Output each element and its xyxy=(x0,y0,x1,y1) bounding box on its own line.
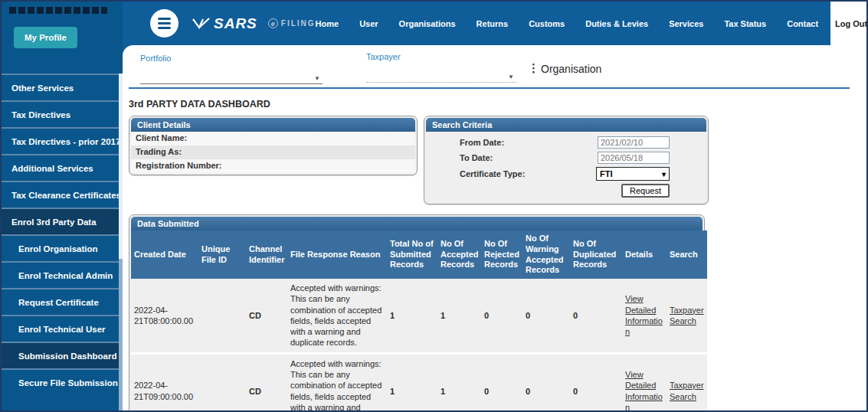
panels-row: Client Details Client Name:Trading As:Re… xyxy=(129,116,866,204)
from-date-label: From Date: xyxy=(460,138,504,147)
sidebar-item-tax-directives-prior-2017[interactable]: Tax Directives - prior 2017 xyxy=(2,127,123,154)
column-header-search: Search xyxy=(667,231,707,279)
nav-link-customs[interactable]: Customs xyxy=(529,19,565,28)
certificate-type-value: FTI xyxy=(600,169,613,178)
cell-warning-accepted: 0 xyxy=(522,353,570,410)
top-nav-links: HomeUserOrganisationsReturnsCustomsDutie… xyxy=(316,19,819,28)
search-criteria-body: From Date: To Date: Certificate Type: FT… xyxy=(426,132,706,202)
column-header-unique-file-id: Unique File ID xyxy=(198,231,246,279)
taxpayer-search-link[interactable]: Taxpayer Search xyxy=(670,306,704,325)
column-header-created-date: Created Date xyxy=(131,231,198,279)
taxpayer-caret-icon: ▼ xyxy=(508,74,514,80)
cell-rejected: 0 xyxy=(481,279,522,353)
top-navbar: SARS e FILING HomeUserOrganisationsRetur… xyxy=(123,2,866,45)
nav-link-user[interactable]: User xyxy=(359,19,378,28)
hamburger-menu-icon[interactable] xyxy=(150,9,179,38)
column-header-no-of-rejected-records: No Of Rejected Records xyxy=(481,231,522,279)
brand-area: SARS e FILING xyxy=(192,15,316,32)
efiling-window: My Profile Other ServicesTax DirectivesT… xyxy=(0,0,868,412)
portfolio-caret-icon: ▼ xyxy=(314,75,320,82)
cell-search-link: Taxpayer Search xyxy=(667,279,707,353)
taxpayer-label: Taxpayer xyxy=(366,52,516,61)
request-button[interactable]: Request xyxy=(621,184,670,198)
data-submitted-panel: Data Submitted Created DateUnique File I… xyxy=(129,214,705,410)
cell-details-link: View Detailed Information xyxy=(622,279,667,353)
efiling-logo: e FILING xyxy=(268,18,316,28)
sidebar-item-enrol-technical-admin[interactable]: Enrol Technical Admin xyxy=(2,261,123,288)
page-title: 3rd PARTY DATA DASHBOARD xyxy=(129,99,866,110)
cell-unique-file-id xyxy=(198,353,246,410)
nav-link-duties-levies[interactable]: Duties & Levies xyxy=(585,19,648,28)
data-submitted-table: Created DateUnique File IDChannel Identi… xyxy=(131,231,707,410)
sidebar-item-enrol-3rd-party-data[interactable]: Enrol 3rd Party Data xyxy=(2,208,123,234)
sidebar-item-enrol-organisation[interactable]: Enrol Organisation xyxy=(2,234,123,261)
portfolio-select[interactable]: Portfolio ▼ xyxy=(140,54,323,84)
nav-link-contact[interactable]: Contact xyxy=(787,19,818,28)
cell-channel-identifier: CD xyxy=(246,353,287,410)
column-header-total-no-of-submitted-records: Total No of Submitted Records xyxy=(387,231,437,279)
column-header-no-of-accepted-records: No Of Accepted Records xyxy=(437,231,481,279)
kebab-menu-icon[interactable]: ⋮ xyxy=(528,61,539,75)
cell-search-link: Taxpayer Search xyxy=(667,353,707,410)
table-row: 2022-04-21T08:00:00.00CDAccepted with wa… xyxy=(131,279,707,353)
sidebar-item-tax-clearance-certificates[interactable]: Tax Clearance Certificates xyxy=(2,181,123,208)
cell-created-date: 2022-04-21T09:00:00.00 xyxy=(131,353,198,410)
taxpayer-search-link[interactable]: Taxpayer Search xyxy=(670,381,704,401)
efiling-e-icon: e xyxy=(268,18,278,28)
search-criteria-panel: Search Criteria From Date: To Date: Cert… xyxy=(424,116,709,204)
view-detailed-information-link[interactable]: View Detailed Information xyxy=(625,370,663,410)
certificate-type-select[interactable]: FTI ▾ xyxy=(596,167,670,181)
data-submitted-header: Data Submitted xyxy=(131,217,703,231)
to-date-input[interactable] xyxy=(598,152,670,164)
cell-file-response-reason: Accepted with warnings: This can be any … xyxy=(287,279,387,353)
cell-accepted: 1 xyxy=(437,279,481,353)
sidebar-item-additional-services[interactable]: Additional Services xyxy=(2,154,123,181)
sars-logo-text: SARS xyxy=(214,15,257,32)
cell-total-submitted: 1 xyxy=(387,279,437,353)
search-criteria-header: Search Criteria xyxy=(426,118,706,132)
nav-link-services[interactable]: Services xyxy=(669,19,703,28)
portfolio-taxpayer-bar: Portfolio ▼ Taxpayer ▼ ⋮ Organisation xyxy=(129,45,866,87)
table-row: 2022-04-21T09:00:00.00CDAccepted with wa… xyxy=(131,353,707,410)
sidebar-item-tax-directives[interactable]: Tax Directives xyxy=(2,100,123,127)
sars-logo[interactable]: SARS xyxy=(192,15,257,32)
sidebar-nav: Other ServicesTax DirectivesTax Directiv… xyxy=(2,74,123,395)
cell-file-response-reason: Accepted with warnings: This can be any … xyxy=(287,353,387,410)
column-header-file-response-reason: File Response Reason xyxy=(287,231,387,279)
sidebar: My Profile Other ServicesTax DirectivesT… xyxy=(2,2,123,410)
nav-link-returns[interactable]: Returns xyxy=(477,19,509,28)
from-date-input[interactable] xyxy=(598,136,670,149)
main-area: SARS e FILING HomeUserOrganisationsRetur… xyxy=(123,2,866,410)
cell-warning-accepted: 0 xyxy=(522,279,570,353)
column-header-details: Details xyxy=(622,231,667,279)
sidebar-item-other-services[interactable]: Other Services xyxy=(2,74,123,100)
nav-link-tax-status[interactable]: Tax Status xyxy=(724,19,766,28)
cell-details-link: View Detailed Information xyxy=(622,353,667,410)
sidebar-item-enrol-technical-user[interactable]: Enrol Technical User xyxy=(2,315,123,342)
page-content: Portfolio ▼ Taxpayer ▼ ⋮ Organisation 3r… xyxy=(123,45,866,410)
logout-button[interactable]: Log Out xyxy=(830,2,868,45)
divider-rule xyxy=(129,87,850,89)
cell-duplicated: 0 xyxy=(570,353,622,410)
client-details-header: Client Details xyxy=(131,118,415,132)
sars-swoosh-icon xyxy=(192,18,211,29)
view-detailed-information-link[interactable]: View Detailed Information xyxy=(625,294,663,336)
client-field-registration-number: Registration Number: xyxy=(131,159,415,173)
cell-accepted: 1 xyxy=(437,353,481,410)
efiling-logo-text: FILING xyxy=(281,19,316,28)
portfolio-label: Portfolio xyxy=(140,54,323,63)
cell-unique-file-id xyxy=(198,279,246,353)
nav-link-organisations[interactable]: Organisations xyxy=(399,19,456,28)
client-field-trading-as: Trading As: xyxy=(131,146,415,159)
sidebar-item-secure-file-submission[interactable]: Secure File Submission xyxy=(2,368,123,395)
cell-total-submitted: 1 xyxy=(387,353,437,410)
nav-link-home[interactable]: Home xyxy=(316,19,339,28)
sidebar-item-submission-dashboard[interactable]: Submission Dashboard xyxy=(2,342,123,368)
taxpayer-select[interactable]: Taxpayer ▼ xyxy=(366,52,516,83)
organisation-label: Organisation xyxy=(541,63,601,75)
my-profile-button[interactable]: My Profile xyxy=(14,27,77,48)
column-header-no-of-warning-accepted-records: No Of Warning Accepted Records xyxy=(522,231,570,279)
to-date-label: To Date: xyxy=(460,153,493,162)
sidebar-item-request-certificate[interactable]: Request Certificate xyxy=(2,288,123,315)
certificate-type-label: Certificate Type: xyxy=(460,169,525,178)
